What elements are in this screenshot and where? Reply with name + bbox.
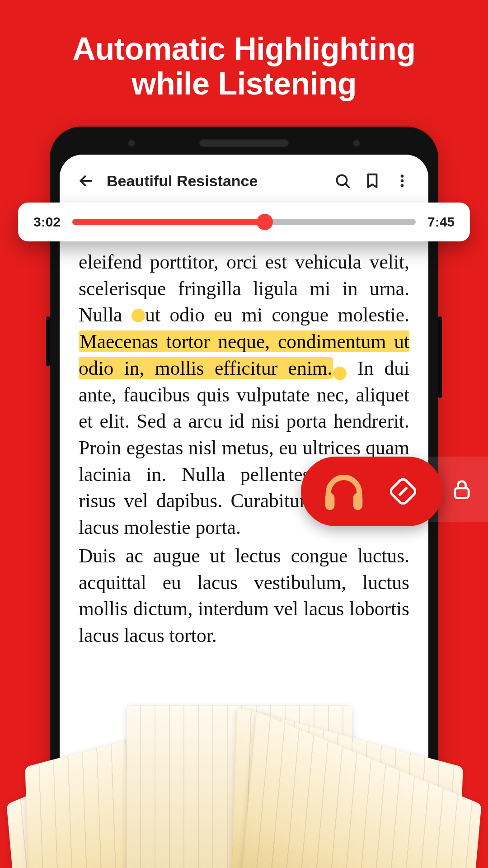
headphones-icon: [319, 467, 369, 516]
elapsed-time: 3:02: [33, 214, 61, 230]
phone-notch: [50, 127, 438, 158]
more-icon[interactable]: [393, 172, 411, 190]
svg-rect-4: [455, 488, 469, 498]
reader-dot-word: ut: [145, 304, 160, 326]
svg-point-3: [401, 184, 404, 187]
promo-title: Automatic Highlighting while Listening: [0, 0, 488, 119]
reader-body: eleifend porttitor, orci est vehicula ve…: [60, 249, 428, 649]
promo-title-line1: Automatic Highlighting: [73, 31, 416, 66]
bookmark-icon[interactable]: [363, 172, 381, 190]
back-icon[interactable]: [77, 172, 95, 190]
svg-rect-5: [325, 493, 335, 510]
audio-seek-fill: [72, 219, 265, 225]
page-title: Beautiful Resistance: [107, 172, 322, 190]
svg-rect-6: [353, 493, 363, 510]
highlight-end-dot: [333, 367, 347, 380]
audio-seek-thumb[interactable]: [257, 214, 273, 230]
svg-point-2: [401, 179, 404, 183]
reader-paragraph-2: Duis ac augue ut lectus congue luctus. a…: [79, 542, 409, 649]
promo-title-line2: while Listening: [131, 66, 357, 101]
highlight-start-dot: [131, 309, 145, 322]
svg-point-1: [401, 175, 404, 178]
lock-icon: [447, 475, 476, 504]
total-time: 7:45: [427, 214, 455, 230]
listen-pill[interactable]: [301, 457, 443, 526]
search-icon[interactable]: [333, 172, 352, 190]
app-header: Beautiful Resistance: [60, 155, 428, 201]
audio-progress-card: 3:02 7:45: [18, 203, 470, 241]
audio-seek-slider[interactable]: [72, 219, 416, 225]
rotate-icon[interactable]: [389, 477, 418, 506]
reader-text-mid1: odio eu mi congue molestie.: [160, 304, 409, 326]
